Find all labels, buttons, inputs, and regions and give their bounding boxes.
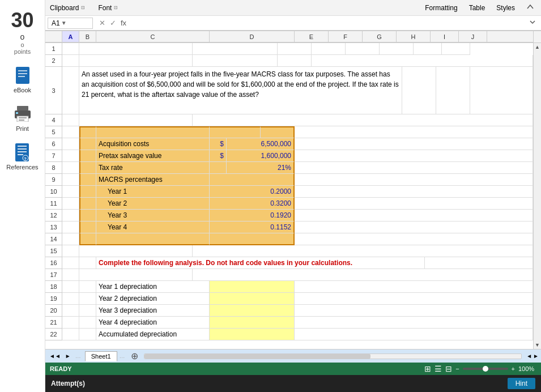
cell-d7-value[interactable]: 1,600,000 [227, 150, 295, 162]
row-header-17[interactable]: 17 [45, 269, 62, 281]
col-header-d[interactable]: D [210, 31, 295, 42]
cell-b13[interactable] [79, 221, 96, 233]
cell-rest19[interactable] [295, 293, 533, 305]
cell-rest10[interactable] [295, 186, 533, 198]
cell-a15[interactable] [62, 245, 79, 257]
cell-rest16[interactable] [425, 257, 533, 269]
cell-c22[interactable]: Accumulated depreciation [96, 329, 210, 340]
cell-rest22[interactable] [295, 329, 533, 340]
horizontal-scrollbar[interactable] [144, 353, 522, 359]
cell-c8[interactable]: Tax rate [96, 162, 210, 174]
cell-rest21[interactable] [295, 317, 533, 329]
cell-a10[interactable] [62, 186, 79, 198]
cell-a3[interactable] [62, 67, 79, 114]
cell-a17[interactable] [62, 269, 79, 281]
cell-c7[interactable]: Pretax salvage value [96, 150, 210, 162]
cell-d14[interactable] [210, 233, 295, 245]
tab-nav-prev[interactable]: ► [63, 352, 73, 360]
cell-rest7[interactable] [295, 150, 533, 162]
cell-b14[interactable] [79, 233, 96, 245]
scroll-up-btn[interactable]: ▲ [534, 43, 541, 51]
cell-d21[interactable] [210, 317, 295, 329]
fx-btn[interactable]: fx [119, 19, 128, 27]
sheet-more-tabs[interactable]: … [117, 352, 127, 360]
cell-b21[interactable] [79, 317, 96, 329]
sidebar-item-ebook[interactable]: eBook [14, 66, 32, 93]
cell-c12[interactable]: Year 3 [96, 210, 210, 221]
cell-d11[interactable]: 0.3200 [210, 198, 295, 210]
cell-rest12[interactable] [295, 210, 533, 221]
cancel-formula-btn[interactable]: ✕ [97, 19, 107, 27]
cell-d9[interactable] [210, 174, 295, 186]
cell-rest5[interactable] [295, 126, 533, 138]
cell-a20[interactable] [62, 305, 79, 317]
cell-rest17[interactable] [193, 269, 533, 281]
cell-c13[interactable]: Year 4 [96, 221, 210, 233]
cell-b10[interactable] [79, 186, 96, 198]
zoom-minus[interactable]: − [455, 365, 459, 372]
cell-d8-empty[interactable] [210, 162, 227, 174]
cell-c4[interactable] [79, 114, 193, 126]
cell-a13[interactable] [62, 221, 79, 233]
cell-c2[interactable] [79, 55, 193, 67]
cell-c21[interactable]: Year 4 depreciation [96, 317, 210, 329]
row-header-15[interactable]: 15 [45, 245, 62, 257]
col-header-j[interactable]: J [459, 31, 487, 42]
cell-d22[interactable] [210, 329, 295, 340]
sidebar-item-print[interactable]: Print [14, 105, 32, 132]
cell-rest8[interactable] [295, 162, 533, 174]
sidebar-item-references[interactable]: ? References [6, 143, 38, 171]
col-header-e[interactable]: E [295, 31, 329, 42]
formula-input[interactable] [133, 19, 524, 27]
row-header-11[interactable]: 11 [45, 198, 62, 210]
formula-expand[interactable] [526, 18, 539, 28]
cell-a2[interactable] [62, 55, 79, 67]
vertical-scrollbar[interactable]: ▲ ▼ [533, 43, 541, 349]
h-scroll-left[interactable]: ◄ [526, 353, 532, 359]
cell-c11[interactable]: Year 2 [96, 198, 210, 210]
row-header-14[interactable]: 14 [45, 233, 62, 245]
cell-b9[interactable] [79, 174, 96, 186]
cell-d13[interactable]: 0.1152 [210, 221, 295, 233]
col-header-i[interactable]: I [431, 31, 459, 42]
cell-c3-problem[interactable]: An asset used in a four-year project fal… [79, 67, 402, 114]
cell-b20[interactable] [79, 305, 96, 317]
clipboard-expand[interactable]: ⊡ [81, 5, 87, 11]
cell-rest13[interactable] [295, 221, 533, 233]
cell-d7-dollar[interactable]: $ [210, 150, 227, 162]
cell-a19[interactable] [62, 293, 79, 305]
cell-rest15[interactable] [193, 245, 533, 257]
cell-f3[interactable] [436, 67, 470, 114]
row-header-9[interactable]: 9 [45, 174, 62, 186]
cell-rest3[interactable] [470, 67, 533, 114]
cell-c6[interactable]: Acquisition costs [96, 138, 210, 150]
cell-d6-value[interactable]: 6,500,000 [227, 138, 295, 150]
cell-i1[interactable] [414, 43, 442, 55]
name-box-dropdown[interactable]: ▼ [61, 20, 67, 26]
cell-a5[interactable] [62, 126, 79, 138]
cell-a12[interactable] [62, 210, 79, 221]
cell-a16[interactable] [62, 257, 79, 269]
cell-d8-value[interactable]: 21% [227, 162, 295, 174]
tab-nav-first[interactable]: ◄◄ [48, 352, 62, 360]
col-header-h[interactable]: H [397, 31, 431, 42]
row-header-18[interactable]: 18 [45, 281, 62, 293]
row-header-19[interactable]: 19 [45, 293, 62, 305]
row-header-12[interactable]: 12 [45, 210, 62, 221]
cell-a6[interactable] [62, 138, 79, 150]
cell-d20[interactable] [210, 305, 295, 317]
cell-a21[interactable] [62, 317, 79, 329]
row-header-16[interactable]: 16 [45, 257, 62, 269]
grid-view-icon[interactable]: ⊞ [424, 364, 431, 373]
cell-rest14[interactable] [295, 233, 533, 245]
cell-c9[interactable]: MACRS percentages [96, 174, 210, 186]
cell-a14[interactable] [62, 233, 79, 245]
cell-rest9[interactable] [295, 174, 533, 186]
cell-c15[interactable] [79, 245, 193, 257]
add-sheet-btn[interactable]: ⊕ [127, 351, 142, 361]
cell-b7[interactable] [79, 150, 96, 162]
cell-d19[interactable] [210, 293, 295, 305]
row-header-22[interactable]: 22 [45, 329, 62, 340]
cell-c20[interactable]: Year 3 depreciation [96, 305, 210, 317]
cell-h1[interactable] [380, 43, 414, 55]
